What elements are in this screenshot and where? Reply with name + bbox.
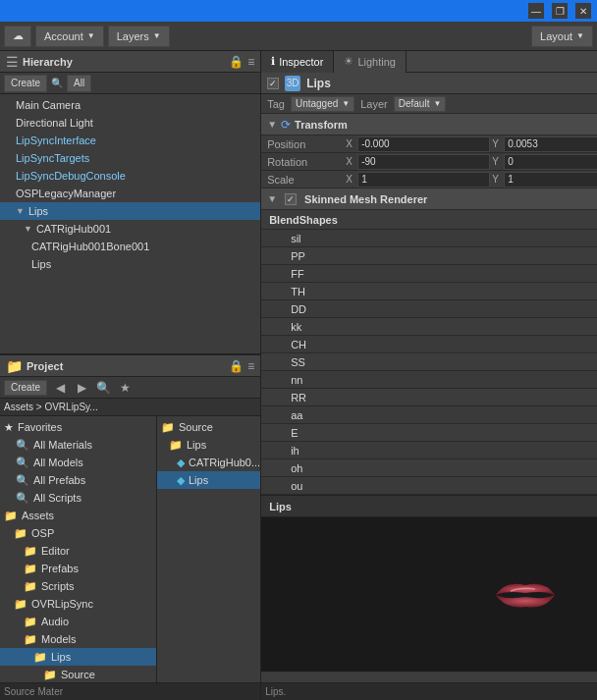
project-star-button[interactable]: ★ (116, 379, 134, 397)
tree-item-lipsync-interface[interactable]: LipSyncInterface (0, 132, 260, 149)
minimize-button[interactable]: — (528, 3, 544, 19)
project-create-button[interactable]: Create (4, 380, 47, 396)
scale-y-input[interactable] (504, 172, 597, 188)
scripts-folder[interactable]: 📁 Scripts (0, 577, 156, 595)
top-toolbar: ☁ Account ▼ Layers ▼ Layout ▼ (0, 22, 597, 51)
position-x-axis: X (346, 138, 355, 149)
audio-folder[interactable]: 📁 Audio (0, 613, 156, 630)
project-lock-button[interactable]: 🔒 (229, 359, 244, 373)
all-prefabs-icon: 🔍 (16, 474, 29, 487)
favorites-section[interactable]: ★ Favorites (0, 418, 156, 436)
hierarchy-icon: ☰ (6, 54, 19, 70)
lips-folder[interactable]: 📁 Lips (0, 648, 156, 666)
project-forward-button[interactable]: ▶ (73, 379, 90, 397)
blendshape-name-SS: SS (291, 356, 597, 368)
project-controls: 🔒 ≡ (229, 359, 254, 373)
models-folder[interactable]: 📁 Models (0, 630, 156, 648)
skinned-mesh-header[interactable]: ▼ Skinned Mesh Renderer ⚙ ≡ (261, 188, 597, 210)
transform-expand-icon: ▼ (267, 119, 277, 130)
object-active-checkbox[interactable] (267, 78, 279, 89)
account-button[interactable]: Account ▼ (35, 26, 104, 47)
tree-item-lips-child[interactable]: Lips (0, 255, 260, 273)
project-menu-button[interactable]: ≡ (247, 359, 254, 373)
hierarchy-lock-button[interactable]: 🔒 (229, 55, 244, 69)
title-bar: — ❐ ✕ (0, 0, 597, 22)
maximize-button[interactable]: ❐ (552, 3, 568, 19)
layers-arrow-icon: ▼ (153, 31, 161, 40)
project-file-list: 📁 Source 📁 Lips ◆ CATRigHub0... (157, 416, 260, 682)
layout-arrow-icon: ▼ (576, 31, 584, 40)
blendshape-row-SS: SS (261, 353, 597, 371)
blendshape-name-DD: DD (291, 303, 597, 315)
all-materials[interactable]: 🔍 All Materials (0, 436, 156, 454)
blendshape-name-TH: TH (291, 286, 597, 297)
all-models-icon: 🔍 (16, 457, 29, 469)
assets-section[interactable]: 📁 Assets (0, 507, 156, 524)
osp-folder[interactable]: 📁 OSP (0, 524, 156, 542)
all-prefabs[interactable]: 🔍 All Prefabs (0, 471, 156, 489)
all-models[interactable]: 🔍 All Models (0, 454, 156, 471)
close-button[interactable]: ✕ (575, 3, 591, 19)
scale-x-axis: X (346, 174, 355, 185)
layers-button[interactable]: Layers ▼ (108, 26, 170, 47)
ovrlipsync-folder[interactable]: 📁 OVRLipSync (0, 595, 156, 613)
hierarchy-menu-button[interactable]: ≡ (247, 55, 254, 69)
blendshape-name-kk: kk (291, 321, 597, 333)
models-folder-icon: 📁 (24, 633, 37, 646)
position-row: Position X Y Z (261, 135, 597, 153)
layer-dropdown[interactable]: Default ▼ (394, 96, 447, 112)
tree-item-lipsync-debug[interactable]: LipSyncDebugConsole (0, 167, 260, 185)
project-icon: 📁 (6, 358, 23, 374)
tree-item-lipsync-targets[interactable]: LipSyncTargets (0, 149, 260, 167)
tab-lighting[interactable]: ☀ Lighting (334, 51, 407, 73)
rotation-x-input[interactable] (357, 154, 490, 170)
tag-dropdown[interactable]: Untagged ▼ (291, 96, 354, 112)
lips-arrow-icon: ▼ (16, 206, 25, 216)
lips-file[interactable]: 📁 Lips (157, 436, 260, 454)
transform-header[interactable]: ▼ ⟳ Transform ⚙ ≡ (261, 114, 597, 135)
blendshape-row-FF: FF (261, 265, 597, 283)
source-folder[interactable]: 📁 Source (0, 666, 156, 682)
prefabs-folder[interactable]: 📁 Prefabs (0, 560, 156, 577)
tree-item-lips[interactable]: ▼ Lips (0, 202, 260, 220)
all-scripts[interactable]: 🔍 All Scripts (0, 489, 156, 507)
preview-canvas (261, 517, 597, 672)
tree-item-osp-legacy[interactable]: OSPLegacyManager (0, 185, 260, 202)
skinned-mesh-checkbox[interactable] (285, 193, 297, 205)
rotation-y-input[interactable] (504, 154, 597, 170)
layer-label: Layer (360, 98, 388, 110)
position-y-axis: Y (492, 138, 502, 149)
scale-x-input[interactable] (357, 172, 490, 188)
skinned-mesh-title: Skinned Mesh Renderer (304, 193, 427, 205)
source-file-icon: 📁 (161, 421, 175, 434)
inspector-tab-icon: ℹ (271, 55, 275, 68)
lips-file-selected[interactable]: ◆ Lips (157, 471, 260, 489)
blendshape-row-kk: kk (261, 318, 597, 336)
hierarchy-create-button[interactable]: Create (4, 75, 47, 92)
hierarchy-all-button[interactable]: All (67, 75, 91, 92)
editor-folder[interactable]: 📁 Editor (0, 542, 156, 560)
position-x-input[interactable] (357, 136, 490, 152)
blendshape-name-oh: oh (291, 462, 597, 474)
source-file[interactable]: 📁 Source (157, 418, 260, 436)
layout-button[interactable]: Layout ▼ (531, 26, 593, 47)
tab-inspector[interactable]: ℹ Inspector (261, 51, 334, 73)
hierarchy-title: Hierarchy (23, 56, 73, 68)
position-y-input[interactable] (504, 136, 597, 152)
tag-arrow-icon: ▼ (342, 99, 350, 108)
hierarchy-search-icon: 🔍 (51, 78, 63, 88)
rotation-x-axis: X (346, 156, 355, 167)
tree-item-catrig-bone[interactable]: CATRigHub001Bone001 (0, 238, 260, 255)
cloud-button[interactable]: ☁ (4, 26, 31, 47)
tree-item-main-camera[interactable]: Main Camera (0, 96, 260, 114)
object-header: 3D Lips Static ▼ (261, 73, 597, 94)
tree-item-catrig[interactable]: ▼ CATRigHub001 (0, 220, 260, 238)
project-back-button[interactable]: ◀ (51, 379, 69, 397)
project-search-button[interactable]: 🔍 (94, 379, 112, 397)
project-toolbar: Create ◀ ▶ 🔍 ★ (0, 377, 260, 399)
transform-icon: ⟳ (281, 118, 291, 132)
favorites-icon: ★ (4, 421, 14, 434)
blendshape-row-DD: DD (261, 300, 597, 318)
catrig-file[interactable]: ◆ CATRigHub0... (157, 454, 260, 471)
tree-item-directional-light[interactable]: Directional Light (0, 114, 260, 132)
